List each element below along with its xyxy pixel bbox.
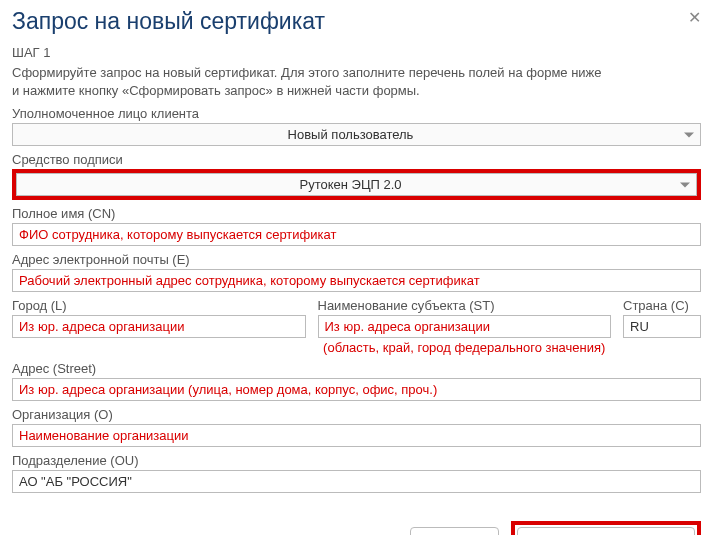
street-label: Адрес (Street): [12, 361, 701, 376]
city-label: Город (L): [12, 298, 306, 313]
street-input[interactable]: [12, 378, 701, 401]
organization-label: Организация (O): [12, 407, 701, 422]
organization-input[interactable]: [12, 424, 701, 447]
cancel-button[interactable]: Отмена: [410, 527, 499, 535]
sign-tool-highlight: Рутокен ЭЦП 2.0: [12, 169, 701, 200]
button-row: Отмена Сформировать запрос: [12, 521, 701, 535]
country-label: Страна (C): [623, 298, 701, 313]
org-unit-label: Подразделение (OU): [12, 453, 701, 468]
sign-tool-select[interactable]: Рутокен ЭЦП 2.0: [16, 173, 697, 196]
submit-button[interactable]: Сформировать запрос: [517, 527, 695, 535]
full-name-input[interactable]: [12, 223, 701, 246]
authorized-person-label: Уполномоченное лицо клиента: [12, 106, 701, 121]
email-input[interactable]: [12, 269, 701, 292]
email-label: Адрес электронной почты (E): [12, 252, 701, 267]
close-icon[interactable]: ✕: [688, 8, 701, 26]
instructions-line2: и нажмите кнопку «Сформировать запрос» в…: [12, 83, 420, 98]
instructions: Сформируйте запрос на новый сертификат. …: [12, 64, 701, 100]
submit-highlight: Сформировать запрос: [511, 521, 701, 535]
authorized-person-select[interactable]: Новый пользователь: [12, 123, 701, 146]
subject-input[interactable]: [318, 315, 612, 338]
org-unit-input[interactable]: [12, 470, 701, 493]
subject-note: (область, край, город федерального значе…: [318, 340, 612, 355]
sign-tool-label: Средство подписи: [12, 152, 701, 167]
full-name-label: Полное имя (CN): [12, 206, 701, 221]
country-input[interactable]: [623, 315, 701, 338]
subject-label: Наименование субъекта (ST): [318, 298, 612, 313]
instructions-line1: Сформируйте запрос на новый сертификат. …: [12, 65, 602, 80]
city-input[interactable]: [12, 315, 306, 338]
dialog-title: Запрос на новый сертификат: [12, 8, 325, 35]
step-label: ШАГ 1: [12, 45, 701, 60]
